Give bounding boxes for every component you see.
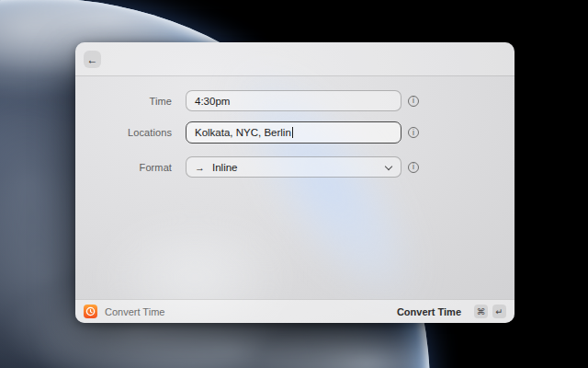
chevron-down-icon — [386, 163, 392, 169]
field-row-locations: Locations Kolkata, NYC, Berlin i — [75, 121, 514, 144]
field-row-format: Format → Inline i — [75, 156, 514, 178]
app-name: Convert Time — [105, 306, 164, 317]
locations-input[interactable]: Kolkata, NYC, Berlin — [186, 121, 401, 144]
time-label: Time — [75, 96, 172, 107]
clock-app-icon — [84, 305, 97, 318]
app-window: ← Time 4:30pm i Locations Kolkata, NYC, … — [75, 42, 514, 323]
info-glyph: i — [413, 97, 414, 105]
info-glyph: i — [413, 129, 414, 137]
window-header: ← — [75, 42, 514, 76]
arrow-right-icon: → — [195, 162, 205, 173]
time-value: 4:30pm — [195, 96, 230, 107]
locations-label: Locations — [75, 127, 172, 138]
info-glyph: i — [413, 163, 414, 171]
window-translucency-glow — [153, 42, 500, 323]
clock-icon — [84, 305, 97, 318]
primary-action-button[interactable]: Convert Time — [397, 306, 461, 317]
time-info-icon[interactable]: i — [408, 96, 419, 107]
back-button[interactable]: ← — [84, 51, 101, 68]
locations-info-icon[interactable]: i — [408, 127, 419, 138]
return-key-icon: ↵ — [492, 305, 506, 318]
action-bar: Convert Time Convert Time ⌘ ↵ — [75, 299, 514, 323]
format-dropdown[interactable]: → Inline — [186, 156, 401, 178]
format-value: Inline — [212, 162, 238, 173]
time-input[interactable]: 4:30pm — [186, 90, 401, 111]
text-caret — [292, 127, 293, 138]
back-arrow-icon: ← — [87, 54, 98, 65]
format-info-icon[interactable]: i — [408, 162, 419, 173]
locations-value: Kolkata, NYC, Berlin — [195, 127, 291, 138]
format-label: Format — [75, 162, 172, 173]
field-row-time: Time 4:30pm i — [75, 90, 514, 111]
desktop: ← Time 4:30pm i Locations Kolkata, NYC, … — [0, 0, 588, 368]
command-key-icon: ⌘ — [474, 305, 488, 318]
